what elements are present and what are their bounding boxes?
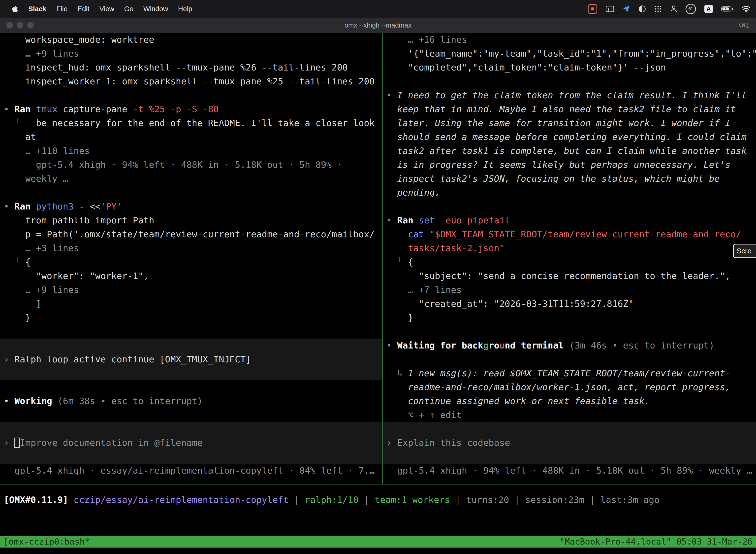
terminal-line: • Ran tmux capture-pane -t %25 -p -S -80 <box>0 102 382 116</box>
text-segment: 1 new msg(s): read $OMX_TEAM_STATE_ROOT/… <box>408 368 731 378</box>
text-segment: (6m 38s • esc to interrupt) <box>58 396 203 406</box>
omx-status-line: [OMX#0.11.9] cczip/essay/ai-reimplementa… <box>4 493 659 507</box>
terminal-line: at <box>0 130 382 144</box>
text-segment: inspect_worker-1: omx sparkshell --tmux-… <box>25 76 375 87</box>
menu-item-go[interactable]: Go <box>119 5 138 13</box>
screen-notification-label: Scre <box>737 247 752 255</box>
menu-bar: Slack File Edit View Go Window Help 61 A <box>0 0 756 18</box>
text-segment: session:23m <box>525 495 584 505</box>
terminal-line: • I need to get the claim token from the… <box>383 88 756 102</box>
menu-item-slack[interactable]: Slack <box>23 5 51 13</box>
terminal-line: gpt-5.4 xhigh · 94% left · 488K in · 5.1… <box>0 158 382 172</box>
terminal-line: pending. <box>383 186 756 200</box>
blank-line <box>383 74 756 88</box>
terminal-line: └ { <box>383 255 756 269</box>
text-segment: … +7 lines <box>408 285 462 295</box>
text-segment: … +16 lines <box>408 35 467 45</box>
terminal-line: weekly … <box>0 172 382 186</box>
terminal-line: inspect task2's JSON, focusing on the st… <box>383 172 756 186</box>
text-segment: "completed","claim_token":"claim-token"}… <box>408 62 666 72</box>
text-segment: Waiting for back <box>397 340 483 350</box>
text-segment: "created_at": "2026-03-31T11:59:27.816Z" <box>419 298 634 309</box>
terminal-line: • Ran set -euo pipefail <box>383 214 756 227</box>
text-segment: … +9 lines <box>25 48 79 59</box>
window-title: omx --xhigh --madmax <box>0 18 756 33</box>
blank-line <box>0 186 382 200</box>
wifi-icon[interactable] <box>742 5 751 12</box>
text-segment: u <box>499 340 505 350</box>
window-shortcut: ⌥⌘1 <box>738 18 750 33</box>
circle-app-icon[interactable] <box>638 5 646 13</box>
blank-line <box>0 88 382 102</box>
text-segment: python3 <box>36 201 79 212</box>
text-segment: - << <box>79 201 101 212</box>
text-segment: └ <box>397 257 408 267</box>
blank-line <box>383 200 756 214</box>
menu-item-window[interactable]: Window <box>138 5 173 13</box>
menu-left: Slack File Edit View Go Window Help <box>0 5 197 13</box>
badge-61-icon[interactable]: 61 <box>686 4 696 14</box>
apple-menu[interactable] <box>7 5 23 13</box>
terminal-line: • Ran python3 - <<'PY' <box>0 200 382 214</box>
composer-band[interactable]: › Explain this codebase <box>383 422 756 464</box>
text-segment: turns:20 <box>466 495 509 505</box>
recording-indicator-icon[interactable] <box>588 4 597 14</box>
text-segment: workspace_mode: worktree <box>25 35 154 45</box>
terminal-line: … +9 lines <box>0 47 382 61</box>
terminal-line: keep that in mind. Maybe I also need the… <box>383 102 756 116</box>
text-segment: } <box>25 313 31 323</box>
terminal-line: } <box>0 311 382 325</box>
terminal-line: inspect_worker-1: omx sparkshell --tmux-… <box>0 74 382 88</box>
text-segment: • <box>4 104 14 114</box>
terminal-line: '{"team_name":"my-team","task_id":"1","f… <box>383 47 756 61</box>
battery-icon[interactable] <box>721 6 733 12</box>
text-segment: Ralph loop active continue [OMX_TMUX_INJ… <box>14 354 251 365</box>
input-source-label: A <box>706 5 711 12</box>
terminal-pane-right[interactable]: … +16 lines'{"team_name":"my-team","task… <box>383 33 756 484</box>
text-segment: | <box>289 495 305 505</box>
screen-notification[interactable]: Scre <box>733 244 756 258</box>
apple-logo-icon <box>12 5 19 13</box>
terminal-line: task2 after task1 is complete, but can I… <box>383 144 756 158</box>
text-segment: › <box>386 438 397 448</box>
text-segment: gpt-5.4 xhigh · 94% left · 488K in · 5.1… <box>397 465 752 476</box>
menu-item-help[interactable]: Help <box>173 5 197 13</box>
text-segment: '{"team_name":"my-team","task_id":"1","f… <box>408 48 756 59</box>
person-icon[interactable] <box>670 5 677 13</box>
text-segment: g <box>483 340 489 350</box>
terminal-line: cat "$OMX_TEAM_STATE_ROOT/team/review-cu… <box>383 227 756 241</box>
text-segment: "$OMX_TEAM_STATE_ROOT/team/review-curren… <box>429 229 741 239</box>
grid-icon[interactable] <box>606 6 614 12</box>
text-segment: … +3 lines <box>25 243 79 253</box>
dots-grid-icon[interactable] <box>654 5 662 13</box>
text-segment: • <box>4 396 14 406</box>
window-titlebar: omx --xhigh --madmax ⌥⌘1 <box>0 18 756 33</box>
composer-band[interactable]: › Improve documentation in @filename <box>0 422 382 464</box>
text-segment: › <box>4 438 14 448</box>
terminal-line: inspect_hud: omx sparkshell --tmux-pane … <box>0 61 382 74</box>
text-segment: from pathlib import Path <box>25 215 154 225</box>
text-segment: inspect_hud: omx sparkshell --tmux-pane … <box>25 62 348 72</box>
composer-band[interactable]: › Ralph loop active continue [OMX_TMUX_I… <box>0 339 382 380</box>
blank-line <box>0 380 382 394</box>
text-segment: (3m 46s • esc to interrupt) <box>569 340 714 350</box>
text-segment: set <box>419 215 440 225</box>
menu-item-file[interactable]: File <box>51 5 72 13</box>
text-segment: "worker": "worker-1", <box>36 271 149 281</box>
terminal-panes: workspace_mode: worktree… +9 linesinspec… <box>0 33 756 484</box>
terminal-line: … +110 lines <box>0 144 382 158</box>
terminal-line: "created_at": "2026-03-31T11:59:27.816Z" <box>383 297 756 311</box>
terminal-line: … +9 lines <box>0 283 382 297</box>
text-segment: last:3m ago <box>601 495 659 505</box>
terminal-pane-left[interactable]: workspace_mode: worktree… +9 linesinspec… <box>0 33 382 484</box>
menu-item-view[interactable]: View <box>94 5 119 13</box>
text-segment: { <box>408 257 414 267</box>
terminal-line: ⌥ + ↑ edit <box>383 408 756 422</box>
input-source-icon[interactable]: A <box>704 5 713 13</box>
menu-item-edit[interactable]: Edit <box>72 5 94 13</box>
text-segment: • <box>386 215 397 225</box>
terminal-line: workspace_mode: worktree <box>0 33 382 47</box>
text-segment: I need to get the claim token from the c… <box>397 90 747 100</box>
paperplane-icon[interactable] <box>623 5 630 13</box>
pane-bottom-border <box>0 484 756 485</box>
